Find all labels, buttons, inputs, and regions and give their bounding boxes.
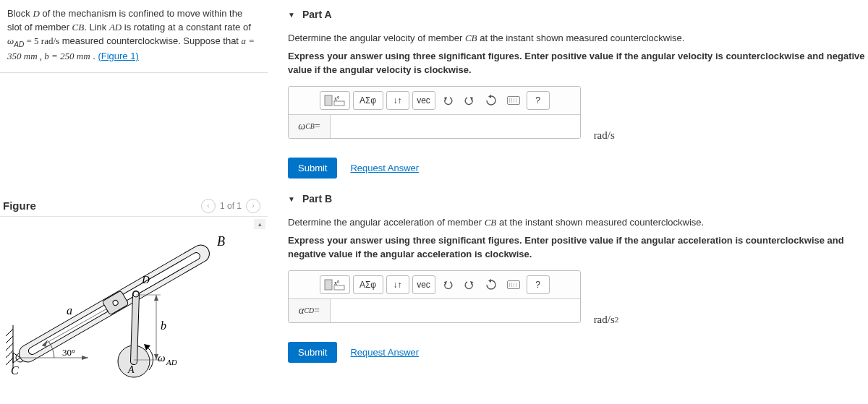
greek-button[interactable]: ΑΣφ xyxy=(353,91,383,110)
subscript-button[interactable]: ↓↑ xyxy=(386,275,409,294)
part-b-input[interactable] xyxy=(331,299,580,322)
var-wAD-val: = 5 rad/s xyxy=(24,35,59,46)
caret-down-icon: ▼ xyxy=(288,195,295,203)
var-wAD-sub: AD xyxy=(14,40,24,48)
var-AD: AD xyxy=(109,22,122,33)
redo-button[interactable] xyxy=(460,91,479,110)
scroll-up-icon[interactable]: ▴ xyxy=(254,219,265,229)
fig-label-D: D xyxy=(141,274,150,285)
fig-label-wAD: ω xyxy=(158,352,166,364)
fig-label-A: A xyxy=(127,364,135,375)
svg-line-3 xyxy=(6,343,13,351)
part-b-units: rad/s2 xyxy=(594,307,619,332)
part-b-lhs: αCD = xyxy=(289,299,331,322)
problem-statement: Block D of the mechanism is confined to … xyxy=(0,0,268,73)
part-b-request-answer[interactable]: Request Answer xyxy=(350,347,419,358)
svg-line-10 xyxy=(42,306,112,345)
keyboard-button[interactable] xyxy=(503,91,524,110)
svg-line-1 xyxy=(6,329,13,336)
help-button[interactable]: ? xyxy=(527,275,550,294)
text: measured counterclockwise. Suppose that xyxy=(59,35,241,46)
keyboard-icon xyxy=(507,280,520,289)
fig-label-wAD-sub: AD xyxy=(166,358,177,366)
var-D: D xyxy=(33,8,39,19)
part-a-toolbar: x⁰ ΑΣφ ↓↑ vec ? xyxy=(289,87,580,115)
figure-next[interactable]: › xyxy=(246,199,260,213)
part-a-prompt: Determine the angular velocity of member… xyxy=(288,32,868,46)
fig-label-a: a xyxy=(67,304,72,317)
figure-nav: ‹ 1 of 1 › xyxy=(201,199,260,213)
part-a-input[interactable] xyxy=(331,115,580,138)
keyboard-button[interactable] xyxy=(503,275,524,294)
svg-line-2 xyxy=(6,336,13,343)
reset-button[interactable] xyxy=(482,91,501,110)
part-b-toolbar: x⁰ ΑΣφ ↓↑ vec ? xyxy=(289,271,580,299)
figure-image: ▴ C B xyxy=(0,216,268,387)
figure-link[interactable]: (Figure 1) xyxy=(98,51,138,61)
part-b-title: Part B xyxy=(302,193,332,205)
templates-button[interactable]: x⁰ xyxy=(320,91,350,110)
redo-button[interactable] xyxy=(460,275,479,294)
fig-label-b: b xyxy=(161,319,166,332)
fig-label-angle: 30° xyxy=(62,347,75,358)
part-b-submit-button[interactable]: Submit xyxy=(288,342,337,363)
fig-label-B: B xyxy=(217,234,225,249)
svg-line-4 xyxy=(6,351,13,358)
svg-marker-14 xyxy=(82,356,88,360)
svg-marker-25 xyxy=(154,295,158,301)
svg-marker-39 xyxy=(488,279,491,283)
part-a-title: Part A xyxy=(302,9,332,20)
part-b-instruction: Express your answer using three signific… xyxy=(288,234,868,262)
text: . Link xyxy=(84,22,109,33)
var-CB: CB xyxy=(72,22,85,33)
vector-button[interactable]: vec xyxy=(412,275,435,294)
undo-button[interactable] xyxy=(438,275,457,294)
text: . xyxy=(90,51,98,61)
undo-button[interactable] xyxy=(438,91,457,110)
reset-button[interactable] xyxy=(482,275,501,294)
help-button[interactable]: ? xyxy=(527,91,550,110)
svg-rect-34 xyxy=(325,280,332,290)
svg-rect-28 xyxy=(325,95,332,106)
part-a-answer-box: x⁰ ΑΣφ ↓↑ vec ? ωCB = xyxy=(288,86,581,139)
text: Block xyxy=(7,8,33,19)
part-b-prompt: Determine the angular acceleration of me… xyxy=(288,216,868,230)
part-a-units: rad/s xyxy=(594,123,615,147)
subscript-button[interactable]: ↓↑ xyxy=(386,91,409,110)
var-wAD: ω xyxy=(7,35,14,46)
keyboard-icon xyxy=(507,96,520,105)
part-a-instruction: Express your answer using three signific… xyxy=(288,50,868,77)
part-a-submit-button[interactable]: Submit xyxy=(288,158,337,179)
svg-point-21 xyxy=(133,291,139,297)
svg-line-20 xyxy=(134,294,136,361)
vector-button[interactable]: vec xyxy=(412,91,435,110)
figure-prev[interactable]: ‹ xyxy=(201,199,216,213)
part-a-lhs: ωCB = xyxy=(289,115,331,138)
part-a-request-answer[interactable]: Request Answer xyxy=(350,163,419,173)
text: is rotating at a constant rate of xyxy=(122,22,251,33)
part-b-header[interactable]: ▼ Part B xyxy=(288,184,868,212)
greek-button[interactable]: ΑΣφ xyxy=(353,275,383,294)
part-b-answer-box: x⁰ ΑΣφ ↓↑ vec ? αCD = xyxy=(288,270,581,323)
fig-label-C: C xyxy=(11,364,19,377)
svg-marker-33 xyxy=(488,95,491,98)
part-a-header[interactable]: ▼ Part A xyxy=(288,0,868,27)
figure-counter: 1 of 1 xyxy=(220,201,242,211)
figure-title: Figure xyxy=(3,199,36,212)
templates-button[interactable]: x⁰ xyxy=(320,275,350,294)
caret-down-icon: ▼ xyxy=(288,11,295,19)
